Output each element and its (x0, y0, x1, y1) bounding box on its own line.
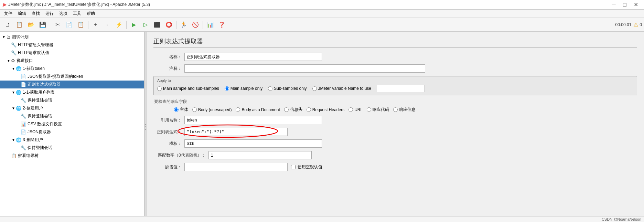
tree-item-http-defaults[interactable]: 🔧 HTTP请求默认值 (0, 49, 144, 57)
test-plan-icon: 🗂 (6, 34, 11, 40)
start-button[interactable]: ▶ (128, 19, 139, 30)
response-body-unescaped-radio[interactable] (192, 107, 197, 112)
apply-main-only-radio[interactable] (225, 86, 229, 91)
tree-item-create-user[interactable]: ▼ 🌐 2-创建用户 (0, 104, 144, 112)
response-info-head-radio[interactable] (284, 107, 289, 112)
response-body-as-doc[interactable]: Body as a Document (236, 107, 280, 112)
tree-item-thread-group[interactable]: ▼ ⚙ 禅道接口 (0, 57, 144, 65)
response-code[interactable]: 响应代码 (367, 107, 389, 113)
menu-edit[interactable]: 编辑 (15, 10, 29, 17)
tree-item-csv-data[interactable]: 📊 CSV 数据文件设置 (0, 120, 144, 128)
minimize-button[interactable]: ─ (608, 0, 619, 10)
toggle-create-user[interactable]: ▼ (11, 106, 16, 110)
tree-item-keep-session-3[interactable]: 🔧 保持登陆会话 (0, 144, 144, 152)
apply-main-sub[interactable]: Main sample and sub-samples (157, 86, 219, 91)
response-body[interactable]: 主体 (174, 107, 188, 113)
function-helper-button[interactable]: 📊 (205, 19, 216, 30)
use-empty-default[interactable]: 使用空默认值 (291, 164, 322, 170)
template-input[interactable] (184, 139, 322, 148)
use-empty-default-checkbox[interactable] (291, 165, 296, 169)
menu-tools[interactable]: 工具 (70, 10, 84, 17)
tree-item-regex-extractor[interactable]: 📄 正则表达式提取器 (0, 81, 144, 88)
tree-item-view-results[interactable]: 📋 察看结果树 (0, 152, 144, 160)
response-url[interactable]: URL (348, 107, 363, 112)
new-button[interactable]: 🗋 (2, 19, 13, 30)
maximize-button[interactable]: □ (619, 0, 630, 10)
tree-item-keep-session-1[interactable]: 🔧 保持登陆会话 (0, 96, 144, 104)
tree-item-test-plan[interactable]: ▼ 🗂 测试计划 (0, 33, 144, 41)
toggle-keep-session-2 (16, 114, 21, 118)
expand-button[interactable]: + (90, 19, 101, 30)
response-request-headers-radio[interactable] (307, 107, 311, 112)
apply-jmeter-var-radio[interactable] (312, 86, 317, 91)
response-body-radio[interactable] (174, 107, 179, 112)
stop-button[interactable]: ⬛ (152, 19, 163, 30)
apply-sub-only-radio[interactable] (268, 86, 272, 91)
tree-item-json-extractor-2[interactable]: 📄 JSON提取器 (0, 128, 144, 136)
response-info[interactable]: 响应信息 (393, 107, 416, 113)
name-input[interactable] (184, 53, 322, 61)
toggle-test-plan[interactable]: ▼ (1, 35, 6, 39)
template-row: 模板： (153, 139, 637, 148)
response-body-as-doc-radio[interactable] (236, 107, 240, 112)
menu-run[interactable]: 运行 (43, 10, 56, 17)
response-body-unescaped[interactable]: Body (unescaped) (192, 107, 232, 112)
copy-button[interactable]: 📄 (64, 19, 75, 30)
toolbar-separator-5 (203, 21, 203, 29)
apply-to-group: Apply to- Main sample and sub-samples Ma… (153, 76, 637, 95)
csv-data-label: CSV 数据文件设置 (28, 121, 62, 127)
start-no-pause-button[interactable]: ▷ (140, 19, 151, 30)
toggle-delete-user[interactable]: ▼ (11, 138, 16, 142)
regex-input[interactable] (184, 128, 288, 136)
menu-bar: 文件 编辑 查找 运行 选项 工具 帮助 (0, 10, 644, 18)
drag-dot-2 (145, 126, 146, 127)
remote-stop-button[interactable]: 🚫 (190, 19, 201, 30)
toggle-get-users[interactable]: ▼ (11, 91, 16, 94)
tree-item-delete-user[interactable]: ▼ 🌐 3-删除用户 (0, 136, 144, 144)
menu-help[interactable]: 帮助 (84, 10, 98, 17)
keep-session-1-label: 保持登陆会话 (28, 97, 52, 103)
apply-jmeter-var[interactable]: JMeter Variable Name to use (312, 86, 372, 91)
tree-item-keep-session-2[interactable]: 🔧 保持登陆会话 (0, 112, 144, 120)
window-controls: ─ □ ✕ (608, 0, 641, 10)
comment-input[interactable] (184, 64, 425, 73)
match-no-input[interactable] (208, 151, 312, 159)
apply-sub-only[interactable]: Sub-samples only (268, 86, 307, 91)
save-button[interactable]: 💾 (37, 19, 48, 30)
regex-extractor-label: 正则表达式提取器 (28, 82, 61, 87)
menu-options[interactable]: 选项 (56, 10, 70, 17)
paste-button[interactable]: 📋 (75, 19, 86, 30)
shutdown-button[interactable]: ⭕ (163, 19, 174, 30)
response-url-radio[interactable] (348, 107, 353, 112)
ref-name-input[interactable] (184, 116, 322, 124)
apply-main-only[interactable]: Main sample only (225, 86, 262, 91)
response-code-radio[interactable] (367, 107, 371, 112)
menu-file[interactable]: 文件 (1, 10, 15, 17)
toggle-get-token[interactable]: ▼ (11, 67, 16, 71)
jmeter-var-input[interactable] (377, 85, 425, 92)
tree-item-http-header[interactable]: 🔧 HTTP信息头管理器 (0, 41, 144, 49)
close-button[interactable]: ✕ (630, 0, 641, 10)
tree-item-json-extractor[interactable]: 📄 JSON提取器-提取返回的token (0, 73, 144, 81)
create-user-label: 2-创建用户 (23, 105, 43, 111)
menu-find[interactable]: 查找 (29, 10, 43, 17)
response-request-headers[interactable]: Request Headers (307, 107, 344, 112)
tree-item-get-users[interactable]: ▼ 🌐 1-1-获取用户列表 (0, 88, 144, 96)
apply-main-sub-radio[interactable] (157, 86, 162, 91)
toggle-csv-data (16, 122, 21, 126)
toggle-thread-group[interactable]: ▼ (6, 59, 11, 63)
toggle-button[interactable]: ⚡ (114, 19, 125, 30)
cut-button[interactable]: ✂ (52, 19, 63, 30)
ref-name-row: 引用名称： (153, 116, 637, 124)
default-input[interactable] (184, 163, 288, 171)
response-info-head[interactable]: 信息头 (284, 107, 302, 113)
template-button[interactable]: 📋 (14, 19, 25, 30)
collapse-button[interactable]: - (102, 19, 113, 30)
remote-start-button[interactable]: 🏃 (178, 19, 189, 30)
panel-title: 正则表达式提取器 (153, 37, 637, 48)
regex-row: 正则表达式： (153, 128, 637, 136)
help-button[interactable]: ❓ (216, 19, 227, 30)
response-info-radio[interactable] (393, 107, 398, 112)
tree-item-get-token[interactable]: ▼ 🌐 1-获取token (0, 65, 144, 73)
open-button[interactable]: 📂 (25, 19, 36, 30)
